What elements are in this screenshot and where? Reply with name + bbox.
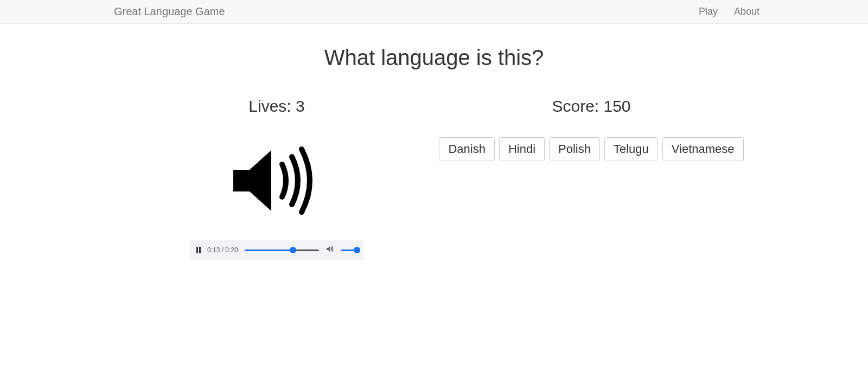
audio-time: 0:13 / 0:20 <box>207 246 238 254</box>
audio-progress[interactable] <box>245 250 319 251</box>
volume-slider[interactable] <box>341 250 357 251</box>
answer-polish[interactable]: Polish <box>549 137 600 161</box>
main-container: What language is this? Lives: 3 0:13 / 0… <box>108 24 760 282</box>
volume-icon[interactable] <box>326 245 334 255</box>
answer-telugu[interactable]: Telugu <box>604 137 658 161</box>
answer-vietnamese[interactable]: Vietnamese <box>662 137 744 161</box>
lives-label: Lives: 3 <box>119 97 434 116</box>
brand-link[interactable]: Great Language Game <box>114 5 225 18</box>
game-row: Lives: 3 0:13 / 0:20 <box>119 97 749 260</box>
score-label: Score: 150 <box>434 97 749 116</box>
question-title: What language is this? <box>119 46 749 70</box>
answer-hindi[interactable]: Hindi <box>499 137 545 161</box>
nav-links: Play About <box>699 6 760 17</box>
right-column: Score: 150 Danish Hindi Polish Telugu Vi… <box>434 97 749 260</box>
nav-about[interactable]: About <box>734 6 760 17</box>
speaker-icon <box>222 137 331 224</box>
answer-danish[interactable]: Danish <box>439 137 494 161</box>
navbar: Great Language Game Play About <box>0 0 868 24</box>
pause-button[interactable] <box>196 247 201 253</box>
audio-player: 0:13 / 0:20 <box>190 240 363 260</box>
nav-play[interactable]: Play <box>699 6 718 17</box>
answer-buttons: Danish Hindi Polish Telugu Vietnamese <box>434 137 749 161</box>
left-column: Lives: 3 0:13 / 0:20 <box>119 97 434 260</box>
